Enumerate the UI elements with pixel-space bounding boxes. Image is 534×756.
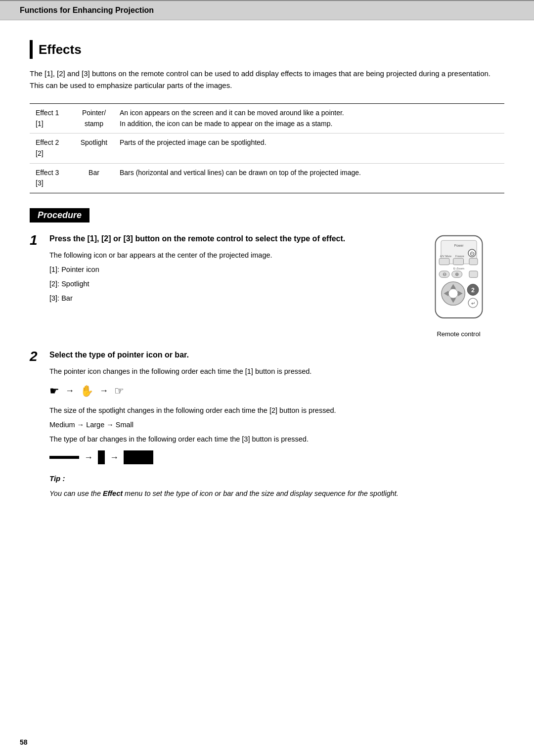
step-1: 1 Press the [1], [2] or [3] button on th… — [30, 233, 504, 338]
remote-label: Remote control — [437, 330, 480, 338]
effect-label-3: Effect 3[3] — [30, 163, 74, 193]
effect-desc-2: Parts of the projected image can be spot… — [114, 133, 504, 163]
svg-rect-9 — [469, 258, 477, 265]
bar-arrow-2: → — [110, 450, 119, 465]
remote-illustration: Power ⏻ A/V Mute Freeze — [413, 233, 504, 338]
pointer-icon-3: ☞ — [114, 382, 124, 400]
effect-label-2: Effect 2[2] — [30, 133, 74, 163]
table-row: Effect 3[3] Bar Bars (horizontal and ver… — [30, 163, 504, 193]
svg-point-21 — [448, 289, 458, 298]
step-1-body-4: [3]: Bar — [49, 293, 403, 304]
bar-medium — [98, 450, 105, 464]
bar-thin — [49, 456, 79, 459]
step-2: 2 Select the type of pointer icon or bar… — [30, 350, 504, 502]
svg-text:E-Zoom: E-Zoom — [453, 267, 464, 270]
pointer-icon-1: ☛ — [49, 382, 59, 400]
pointer-icons-sequence: ☛ → ✋ → ☞ — [49, 382, 399, 400]
tip-text: You can use the Effect menu to set the t… — [49, 488, 399, 499]
svg-text:A/V Mute: A/V Mute — [440, 255, 451, 258]
table-row: Effect 2[2] Spotlight Parts of the proje… — [30, 133, 504, 163]
main-content: Effects The [1], [2] and [3] buttons on … — [0, 20, 534, 544]
step-2-heading: Select the type of pointer icon or bar. — [49, 350, 399, 360]
step-2-content: Select the type of pointer icon or bar. … — [49, 350, 399, 502]
remote-svg: Power ⏻ A/V Mute Freeze — [419, 233, 498, 327]
svg-text:Power: Power — [454, 244, 464, 247]
step-1-content: Press the [1], [2] or [3] button on the … — [49, 233, 504, 338]
effects-heading: Effects — [39, 42, 82, 57]
step-1-text-col: Press the [1], [2] or [3] button on the … — [49, 233, 403, 307]
header-bar: Functions for Enhancing Projection — [0, 0, 534, 20]
effect-desc-1: An icon appears on the screen and it can… — [114, 104, 504, 133]
pointer-icon-2: ✋ — [80, 382, 93, 400]
effect-type-3: Bar — [74, 163, 114, 193]
step-2-body-4: The type of bar changes in the following… — [49, 434, 399, 445]
effect-label-1: Effect 1[1] — [30, 104, 74, 133]
svg-rect-7 — [439, 258, 449, 265]
arrow-1: → — [65, 384, 74, 399]
header-title: Functions for Enhancing Projection — [20, 6, 154, 14]
svg-text:2: 2 — [471, 287, 475, 294]
page-wrapper: Functions for Enhancing Projection Effec… — [0, 0, 534, 756]
tip-label: Tip : — [49, 473, 399, 485]
svg-text:⊖: ⊖ — [442, 271, 446, 277]
remote-wrapper: Power ⏻ A/V Mute Freeze — [413, 233, 504, 338]
step-1-body-3: [2]: Spotlight — [49, 278, 403, 290]
svg-text:⊕: ⊕ — [455, 271, 459, 277]
effect-type-1: Pointer/stamp — [74, 104, 114, 133]
step-2-number: 2 — [30, 350, 49, 363]
tip-section: Tip : You can use the Effect menu to set… — [49, 473, 399, 499]
effects-intro: The [1], [2] and [3] buttons on the remo… — [30, 68, 504, 91]
svg-text:Freeze: Freeze — [455, 255, 464, 258]
step-1-body-2: [1]: Pointer icon — [49, 264, 403, 275]
step-1-heading: Press the [1], [2] or [3] button on the … — [49, 233, 403, 244]
svg-text:⏻: ⏻ — [469, 251, 474, 256]
effect-type-2: Spotlight — [74, 133, 114, 163]
svg-text:↵: ↵ — [471, 301, 475, 306]
bar-arrow-1: → — [84, 450, 93, 465]
step-2-body-3: Medium → Large → Small — [49, 419, 399, 431]
title-bar-decoration — [30, 40, 33, 59]
svg-rect-15 — [469, 271, 477, 277]
step-1-body-1: The following icon or bar appears at the… — [49, 250, 403, 261]
step-1-number: 1 — [30, 233, 49, 247]
table-row: Effect 1[1] Pointer/stamp An icon appear… — [30, 104, 504, 133]
arrow-2: → — [99, 384, 108, 399]
effect-desc-3: Bars (horizontal and vertical lines) can… — [114, 163, 504, 193]
procedure-title: Procedure — [30, 208, 89, 222]
step-2-body-1: The pointer icon changes in the followin… — [49, 366, 399, 377]
step-2-body-2: The size of the spotlight changes in the… — [49, 405, 399, 416]
bar-sequence: → → — [49, 450, 399, 465]
page-number: 58 — [20, 738, 28, 746]
svg-rect-8 — [453, 258, 463, 265]
effects-table: Effect 1[1] Pointer/stamp An icon appear… — [30, 103, 504, 193]
effects-section-title: Effects — [30, 40, 504, 59]
bar-thick — [124, 450, 153, 464]
